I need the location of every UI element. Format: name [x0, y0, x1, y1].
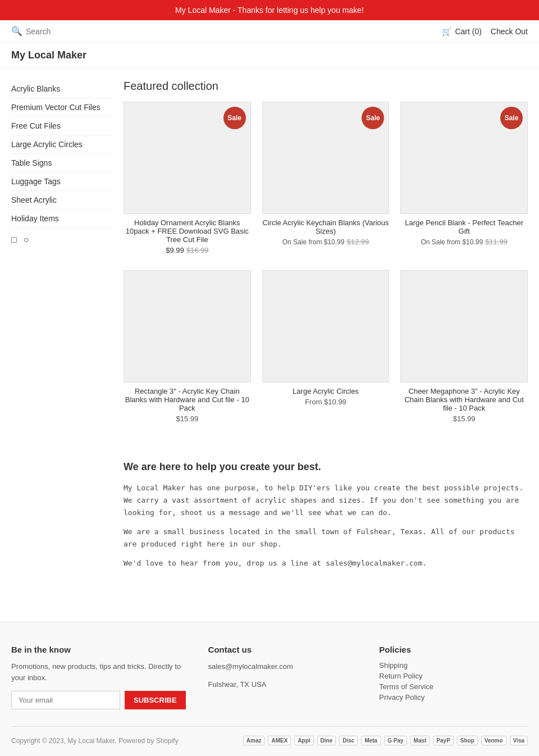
description-heading: We are here to help you create your best… [124, 461, 528, 473]
product-info: Cheer Megaphone 3" - Acrylic Key Chain B… [400, 382, 528, 427]
sidebar-item-sheet-acrylic[interactable]: Sheet Acrylic [11, 191, 112, 210]
footer-grid: Be in the know Promotions, new products,… [11, 645, 528, 710]
email-row: SUBSCRIBE [11, 691, 186, 709]
product-price: From $10.99 [262, 398, 390, 406]
search-icon: 🔍 [11, 26, 22, 37]
sidebar-item-table-signs[interactable]: Table Signs [11, 154, 112, 172]
product-image: Sale [262, 102, 390, 214]
top-banner: My Local Maker - Thanks for letting us h… [0, 0, 539, 20]
product-info: Rectangle 3" - Acrylic Key Chain Blanks … [124, 382, 251, 427]
product-card-5[interactable]: Cheer Megaphone 3" - Acrylic Key Chain B… [400, 270, 528, 427]
product-name: Cheer Megaphone 3" - Acrylic Key Chain B… [400, 387, 528, 412]
product-card-3[interactable]: Rectangle 3" - Acrylic Key Chain Blanks … [124, 270, 251, 427]
payment-icon-apple-pay: Appl [294, 736, 313, 745]
product-price: $15.99 [400, 415, 528, 423]
product-name: Large Acrylic Circles [262, 387, 390, 395]
product-card-2[interactable]: Sale Large Pencil Blank - Perfect Teache… [400, 102, 528, 259]
product-image: Sale [400, 102, 528, 214]
payment-icon-g-pay: G Pay [384, 736, 406, 745]
facebook-icon[interactable]: □ [11, 235, 17, 245]
payment-icon-mastercard: Mast [410, 736, 430, 745]
instagram-icon[interactable]: ○ [24, 235, 29, 245]
product-price: $9.99$16.99 [124, 246, 251, 254]
main-layout: Acrylic BlanksPremium Vector Cut FilesFr… [0, 69, 539, 599]
cart-icon: 🛒 [442, 27, 451, 36]
newsletter-section: Be in the know Promotions, new products,… [11, 645, 186, 710]
payment-icon-amex: AMEX [268, 736, 291, 745]
product-image: Sale [124, 102, 251, 214]
product-price: $15.99 [124, 415, 251, 423]
policy-link-terms-of-service[interactable]: Terms of Service [379, 682, 528, 691]
sidebar-social: □ ○ [11, 228, 112, 252]
description-paragraph-1: We are a small business located in the s… [124, 526, 528, 550]
footer-bottom: Copyright © 2023, My Local Maker. Powere… [11, 726, 528, 745]
product-name: Large Pencil Blank - Perfect Teacher Gif… [400, 218, 528, 235]
policy-link-shipping[interactable]: Shipping [379, 661, 528, 670]
original-price: $12.99 [346, 238, 369, 246]
original-price: $16.99 [186, 246, 209, 254]
header-right: 🛒 Cart (0) Check Out [442, 27, 528, 36]
brand-section: My Local Maker [0, 43, 539, 69]
sidebar-item-free-cut-files[interactable]: Free Cut Files [11, 117, 112, 135]
on-sale-text: On Sale from $10.99 [282, 238, 345, 246]
policies-section: Policies ShippingReturn PolicyTerms of S… [379, 645, 528, 710]
payment-icon-diners: Dine [317, 736, 336, 745]
sidebar-item-large-acrylic-circles[interactable]: Large Acrylic Circles [11, 135, 112, 154]
payment-icon-discover: Disc [339, 736, 358, 745]
sale-badge: Sale [223, 107, 246, 129]
payment-icon-paypal: PayP [433, 736, 453, 745]
footer: Be in the know Promotions, new products,… [0, 622, 539, 756]
email-input[interactable] [11, 691, 120, 709]
contact-heading: Contact us [208, 645, 357, 654]
contact-location: Fulshear, TX USA [208, 679, 357, 691]
sidebar-item-holiday-items[interactable]: Holiday Items [11, 210, 112, 228]
description-section: We are here to help you create your best… [124, 450, 528, 588]
header: 🔍 🛒 Cart (0) Check Out [0, 20, 539, 43]
sidebar: Acrylic BlanksPremium Vector Cut FilesFr… [11, 80, 112, 588]
price: From $10.99 [305, 398, 346, 406]
product-price: On Sale from $10.99$12.99 [262, 238, 390, 246]
sale-badge: Sale [362, 107, 384, 129]
product-grid: Sale Holiday Ornament Acrylic Blanks 10p… [124, 102, 528, 427]
content: Featured collection Sale Holiday Ornamen… [124, 80, 528, 588]
product-name: Holiday Ornament Acrylic Blanks 10pack +… [124, 218, 251, 244]
description-paragraph-2: We'd love to hear from you, drop us a li… [124, 557, 528, 570]
sidebar-item-premium-vector-cut-files[interactable]: Premium Vector Cut Files [11, 98, 112, 117]
cart-link[interactable]: 🛒 Cart (0) [442, 27, 481, 36]
product-info: Holiday Ornament Acrylic Blanks 10pack +… [124, 214, 251, 259]
payment-icon-meta: Meta [361, 736, 381, 745]
original-price: $11.99 [485, 238, 508, 246]
product-image [124, 270, 251, 382]
checkout-button[interactable]: Check Out [491, 27, 528, 36]
product-card-4[interactable]: Large Acrylic Circles From $10.99 [262, 270, 390, 427]
sale-price: $9.99 [166, 246, 184, 254]
newsletter-text: Promotions, new products, tips and trick… [11, 661, 186, 685]
policy-link-privacy-policy[interactable]: Privacy Policy [379, 693, 528, 702]
product-image [262, 270, 390, 382]
product-price: On Sale from $10.99$11.99 [400, 238, 528, 246]
payment-icon-visa: Visa [510, 736, 528, 745]
subscribe-button[interactable]: SUBSCRIBE [125, 691, 186, 709]
price: $15.99 [453, 415, 476, 423]
brand-name[interactable]: My Local Maker [11, 49, 528, 61]
copyright-text: Copyright © 2023, My Local Maker. Powere… [11, 737, 179, 745]
product-info: Large Pencil Blank - Perfect Teacher Gif… [400, 214, 528, 251]
cart-label: Cart (0) [455, 27, 481, 36]
payment-icons: AmazAMEXApplDineDiscMetaG PayMastPayPSho… [243, 736, 528, 745]
featured-title: Featured collection [124, 80, 528, 93]
sidebar-item-luggage-tags[interactable]: Luggage Tags [11, 172, 112, 191]
product-info: Large Acrylic Circles From $10.99 [262, 382, 390, 411]
search-input[interactable] [26, 27, 138, 36]
product-card-0[interactable]: Sale Holiday Ornament Acrylic Blanks 10p… [124, 102, 251, 259]
price: $15.99 [176, 415, 198, 423]
policies-heading: Policies [379, 645, 528, 654]
product-name: Circle Acrylic Keychain Blanks (Various … [262, 218, 390, 235]
product-card-1[interactable]: Sale Circle Acrylic Keychain Blanks (Var… [262, 102, 390, 259]
payment-icon-venmo: Venmo [481, 736, 506, 745]
search-area: 🔍 [11, 26, 436, 37]
sidebar-item-acrylic-blanks[interactable]: Acrylic Blanks [11, 80, 112, 98]
product-info: Circle Acrylic Keychain Blanks (Various … [262, 214, 390, 251]
contact-section: Contact us sales@mylocalmaker.com Fulshe… [208, 645, 357, 710]
policy-link-return-policy[interactable]: Return Policy [379, 672, 528, 680]
description-paragraph-0: My Local Maker has one purpose, to help … [124, 482, 528, 519]
